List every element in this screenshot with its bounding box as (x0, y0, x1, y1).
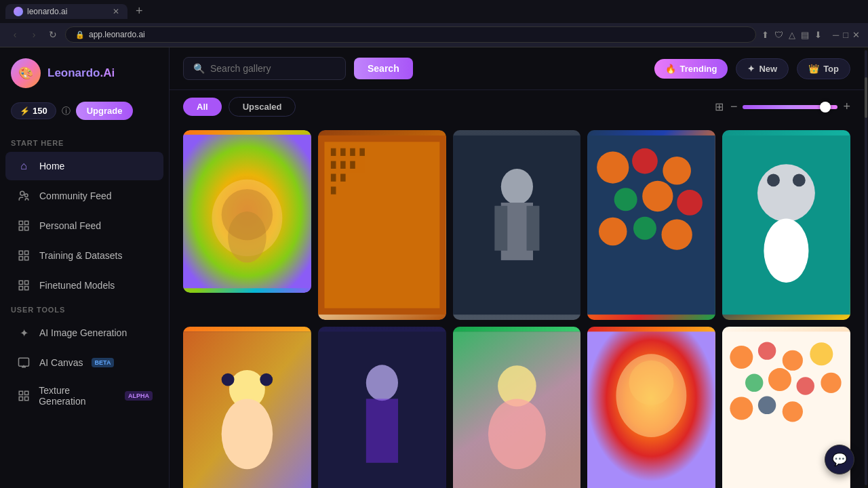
search-input[interactable] (210, 63, 336, 74)
community-icon (16, 188, 31, 203)
expand-button[interactable]: ⤢ (420, 136, 441, 156)
new-label: New (759, 64, 777, 74)
info-button[interactable]: ⓘ (62, 105, 71, 117)
remix-button[interactable]: ⊞ (509, 332, 529, 352)
sidebar-item-finetuned[interactable]: Finetuned Models (5, 271, 163, 300)
grid-item[interactable]: ⊞ ⊘ ⤢ (453, 130, 581, 320)
texture-icon (16, 388, 31, 403)
remix-button[interactable]: ⊞ (802, 332, 822, 352)
tab-close-btn[interactable]: ✕ (113, 7, 119, 16)
image-grid: ⊞ ⊘ ⤢ (170, 123, 864, 488)
search-button[interactable]: Search (354, 58, 413, 79)
refresh-button[interactable]: ↻ (46, 29, 60, 40)
shield-icon[interactable]: 🛡 (774, 30, 783, 40)
zoom-slider[interactable] (743, 105, 837, 109)
remix-button[interactable]: ⊞ (802, 136, 822, 156)
upgrade-button[interactable]: Upgrade (76, 102, 134, 120)
right-scrollbar[interactable] (864, 47, 868, 488)
share-icon[interactable]: ⬆ (762, 30, 769, 40)
sidebar-logo: 🎨 Leonardo.Ai (0, 58, 169, 102)
edit-button[interactable]: ⊘ (262, 332, 283, 352)
svg-rect-13 (25, 287, 28, 290)
grid-item[interactable]: ⊞ ⊘ ⤢ (183, 327, 311, 488)
browser-tab[interactable]: leonardo.ai ✕ (5, 4, 127, 19)
minimize-button[interactable]: ─ (833, 30, 839, 40)
grid-item[interactable]: ⊞ ⊘ ⤢ (587, 130, 715, 320)
grid-item[interactable]: ⊞ ⊘ ⤢ (587, 327, 715, 488)
sidebar-item-ai-image[interactable]: ✦ AI Image Generation (5, 319, 163, 347)
grid-item[interactable]: ⊞ ⊘ (722, 130, 850, 320)
remix-button[interactable]: ⊞ (239, 136, 260, 156)
new-button[interactable]: ✦ New (736, 58, 789, 79)
svg-rect-2 (19, 221, 22, 224)
main-content: 🔍 Search 🔥 Trending ✦ New 👑 Top All Upsc… (170, 47, 864, 488)
grid-view-icon[interactable]: ⊞ (713, 99, 725, 115)
edit-button[interactable]: ⊘ (667, 136, 687, 156)
address-bar[interactable]: 🔒 app.leonardo.ai (65, 26, 756, 43)
expand-button[interactable]: ⤢ (555, 332, 575, 352)
remix-button[interactable]: ⊞ (644, 332, 664, 352)
alert-icon[interactable]: △ (789, 30, 795, 40)
all-filter-button[interactable]: All (183, 98, 222, 116)
edit-button[interactable]: ⊘ (532, 332, 552, 352)
edit-button[interactable]: ⊘ (262, 136, 283, 156)
upscaled-filter-button[interactable]: Upscaled (229, 97, 296, 117)
expand-button[interactable]: ⤢ (285, 136, 306, 156)
new-tab-button[interactable]: + (130, 3, 149, 20)
grid-item[interactable]: ⊞ ⊘ ⤢ (183, 130, 311, 293)
search-box[interactable]: 🔍 (183, 57, 346, 80)
remix-button[interactable]: ⊞ (239, 332, 260, 352)
grid-item[interactable]: ⊞ ⤢ (318, 130, 446, 320)
edit-button[interactable]: ⊘ (667, 332, 687, 352)
sidebar-item-label: Personal Feed (39, 220, 101, 231)
sidebar-item-community-feed[interactable]: Community Feed (5, 182, 163, 210)
trending-button[interactable]: 🔥 Trending (654, 59, 728, 79)
chat-button[interactable]: 💬 (825, 445, 854, 474)
top-bar: 🔍 Search 🔥 Trending ✦ New 👑 Top (170, 47, 864, 90)
trending-dot: 🔥 (665, 64, 676, 74)
expand-button[interactable]: ⤢ (690, 136, 710, 156)
edit-button[interactable]: ⊘ (532, 136, 552, 156)
sidebar-item-texture[interactable]: Texture Generation ALPHA (5, 378, 163, 413)
sidebar-item-home[interactable]: ⌂ Home (5, 152, 163, 180)
svg-rect-15 (19, 391, 22, 394)
lock-icon: 🔒 (75, 30, 85, 39)
expand-button[interactable]: ⤢ (690, 332, 710, 352)
logo-text: Leonardo.Ai (47, 66, 115, 80)
close-button[interactable]: ✕ (852, 30, 860, 40)
sidebar-item-ai-canvas[interactable]: AI Canvas BETA (5, 348, 163, 377)
back-button[interactable]: ‹ (8, 29, 22, 40)
edit-button[interactable]: ⊘ (420, 332, 441, 352)
user-tools-label: User Tools (0, 300, 169, 318)
zoom-out-button[interactable]: − (730, 100, 738, 114)
maximize-button[interactable]: □ (843, 30, 848, 40)
zoom-thumb (820, 102, 831, 113)
grid-item[interactable]: ⊞ ⊘ ⤢ (453, 327, 581, 488)
download-icon[interactable]: ⬇ (814, 30, 822, 40)
window-controls: ─ □ ✕ (833, 30, 860, 40)
svg-rect-16 (24, 391, 28, 394)
expand-button[interactable]: ⤢ (285, 332, 306, 352)
training-icon (16, 248, 31, 263)
sidebar-item-label: Home (39, 161, 64, 171)
grid-item[interactable]: ⊘ (318, 327, 446, 488)
grid-controls: ⊞ − + (713, 99, 850, 115)
expand-button[interactable]: ⤢ (555, 136, 575, 156)
sidebar-item-training[interactable]: Training & Datasets (5, 241, 163, 270)
edit-button[interactable]: ⊘ (825, 332, 845, 352)
crown-icon: 👑 (808, 64, 819, 74)
tab-favicon (14, 7, 23, 16)
sidebar-item-personal-feed[interactable]: Personal Feed (5, 211, 163, 240)
top-button[interactable]: 👑 Top (797, 58, 850, 79)
zoom-in-button[interactable]: + (843, 100, 850, 114)
reader-icon[interactable]: ▤ (801, 30, 809, 40)
edit-button[interactable]: ⊘ (825, 136, 845, 156)
remix-button[interactable]: ⊞ (509, 136, 529, 156)
svg-rect-3 (25, 221, 28, 224)
credits-bar: ⚡ 150 ⓘ Upgrade (0, 102, 169, 134)
forward-button[interactable]: › (27, 29, 41, 40)
remix-button[interactable]: ⊞ (397, 136, 418, 156)
svg-rect-12 (19, 287, 22, 290)
credits-display: ⚡ 150 (11, 102, 56, 119)
remix-button[interactable]: ⊞ (644, 136, 664, 156)
